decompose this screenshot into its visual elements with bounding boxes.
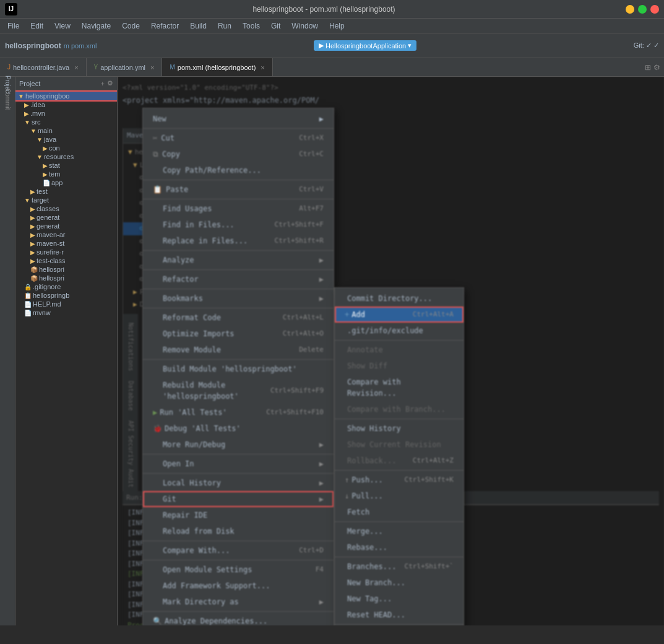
git-add[interactable]: +Add Ctrl+Alt+A [335, 307, 464, 323]
menu-item-optimize[interactable]: Optimize Imports Ctrl+Alt+O [143, 326, 334, 342]
menu-item-analyze[interactable]: Analyze ▶ [143, 252, 334, 268]
menu-item-replace[interactable]: Replace in Files... Ctrl+Shift+R [143, 233, 334, 249]
tree-item[interactable]: 📄 mvnw [15, 308, 117, 317]
tree-item[interactable]: ▶ maven-ar [15, 230, 117, 239]
tree-item[interactable]: ▶ generat [15, 213, 117, 222]
tab-close-icon[interactable]: × [261, 64, 264, 71]
tree-item[interactable]: 📋 hellospringb [15, 291, 117, 300]
git-new-tag[interactable]: New Tag... [335, 591, 464, 607]
menu-item-refactor[interactable]: Refactor ▶ [143, 271, 334, 287]
tree-item[interactable]: 📦 hellospri [15, 265, 117, 274]
git-show-diff[interactable]: Show Diff [335, 358, 464, 374]
git-new-branch[interactable]: New Branch... [335, 575, 464, 591]
menu-code[interactable]: Code [117, 20, 145, 32]
tab-pom-xml[interactable]: M pom.xml (hellospringboot) × [162, 58, 272, 76]
tree-item[interactable]: 📄 HELP.md [15, 300, 117, 308]
menu-item-add-framework[interactable]: Add Framework Support... [143, 578, 334, 594]
menu-item-cut[interactable]: ✂Cut Ctrl+X [143, 130, 334, 146]
git-show-history[interactable]: Show History [335, 420, 464, 437]
commit-sidebar-btn[interactable]: Commit [1, 93, 14, 105]
menu-file[interactable]: File [2, 20, 24, 32]
tree-item[interactable]: ▼ main [15, 126, 117, 135]
menu-item-open-in[interactable]: Open In ▶ [143, 456, 334, 472]
menu-item-rebuild[interactable]: Rebuild Module 'hellospringboot' Ctrl+Sh… [143, 377, 334, 404]
git-reset-head[interactable]: Reset HEAD... [335, 607, 464, 623]
menu-item-paste[interactable]: 📋Paste Ctrl+V [143, 181, 334, 198]
menu-tools[interactable]: Tools [238, 20, 265, 32]
tree-item[interactable]: 📦 hellospri [15, 274, 117, 282]
git-rebase[interactable]: Rebase... [335, 539, 464, 555]
menu-edit[interactable]: Edit [25, 20, 48, 32]
tree-item[interactable]: ▼ target [15, 196, 117, 204]
tree-item[interactable]: ▶ stat [15, 161, 117, 170]
git-show-current[interactable]: Show Current Revision [335, 437, 464, 453]
menu-item-find-usages[interactable]: Find Usages Alt+F7 [143, 201, 334, 217]
tree-root[interactable]: ▼ hellospringboo [15, 92, 117, 100]
project-add-icon[interactable]: + [101, 80, 105, 87]
tree-item[interactable]: ▶ surefire-r [15, 248, 117, 256]
minimize-button[interactable] [626, 5, 634, 14]
git-merge[interactable]: Merge... [335, 523, 464, 539]
tree-item[interactable]: ▶ test [15, 187, 117, 196]
tree-item[interactable]: ▼ resources [15, 152, 117, 161]
tree-item[interactable]: 🔒 .gitignore [15, 282, 117, 291]
tree-item[interactable]: ▼ java [15, 135, 117, 144]
menu-item-debug-tests[interactable]: 🐞Debug 'All Tests' [143, 420, 334, 437]
menu-view[interactable]: View [50, 20, 75, 32]
menu-item-reload[interactable]: Reload from Disk [143, 523, 334, 539]
tree-item[interactable]: 📄 app [15, 178, 117, 187]
git-push[interactable]: ↑Push... Ctrl+Shift+K [335, 472, 464, 488]
close-button[interactable] [650, 5, 659, 14]
menu-item-find-files[interactable]: Find in Files... Ctrl+Shift+F [143, 217, 334, 233]
tree-item[interactable]: ▶ .mvn [15, 109, 117, 118]
git-annotate[interactable]: Annotate [335, 342, 464, 358]
menu-git[interactable]: Git [266, 20, 285, 32]
run-config[interactable]: ▶ HellospringbootApplication ▾ [314, 40, 416, 51]
menu-item-mark-dir[interactable]: Mark Directory as ▶ [143, 594, 334, 610]
git-commit-dir[interactable]: Commit Directory... [335, 290, 464, 307]
menu-item-copy[interactable]: ⧉Copy Ctrl+C [143, 146, 334, 162]
menu-item-bookmarks[interactable]: Bookmarks ▶ [143, 290, 334, 307]
menu-navigate[interactable]: Navigate [77, 20, 116, 32]
git-branches[interactable]: Branches... Ctrl+Shift+` [335, 559, 464, 575]
menu-item-remove-module[interactable]: Remove Module Delete [143, 342, 334, 358]
menu-item-more-run[interactable]: More Run/Debug ▶ [143, 437, 334, 453]
menu-item-reformat[interactable]: Reformat Code Ctrl+Alt+L [143, 310, 334, 326]
maximize-button[interactable] [638, 5, 647, 14]
split-icon[interactable]: ⊞ [645, 63, 651, 72]
tab-close-icon[interactable]: × [150, 64, 154, 71]
tree-item[interactable]: ▶ test-class [15, 256, 117, 265]
menu-item-git[interactable]: Git ▶ [143, 491, 334, 507]
tree-item[interactable]: ▶ classes [15, 204, 117, 213]
git-compare-revision[interactable]: Compare with Revision... [335, 374, 464, 401]
menu-item-build[interactable]: Build Module 'hellospringboot' [143, 361, 334, 377]
gear-icon[interactable]: ⚙ [653, 63, 660, 72]
menu-item-module-settings[interactable]: Open Module Settings F4 [143, 562, 334, 578]
menu-window[interactable]: Window [287, 20, 323, 32]
menu-item-analyze-deps[interactable]: 🔍Analyze Dependencies... [143, 613, 334, 625]
tree-item[interactable]: ▶ tem [15, 170, 117, 178]
tree-item[interactable]: ▶ .idea [15, 100, 117, 109]
menu-build[interactable]: Build [185, 20, 212, 32]
tab-close-icon[interactable]: × [74, 64, 78, 71]
menu-item-local-history[interactable]: Local History ▶ [143, 475, 334, 491]
menu-item-new[interactable]: New ▶ [143, 111, 334, 127]
tree-item[interactable]: ▶ generat [15, 222, 117, 230]
git-exclude[interactable]: .git/info/exclude [335, 323, 464, 339]
git-rollback[interactable]: Rollback... Ctrl+Alt+Z [335, 453, 464, 469]
tree-item[interactable]: ▼ src [15, 118, 117, 126]
git-compare-branch[interactable]: Compare with Branch... [335, 401, 464, 417]
tab-hellocontroller[interactable]: J hellocontroller.java × [0, 58, 87, 76]
menu-item-compare[interactable]: Compare With... Ctrl+D [143, 542, 334, 559]
menu-help[interactable]: Help [324, 20, 350, 32]
menu-item-copy-path[interactable]: Copy Path/Reference... [143, 162, 334, 178]
project-gear-icon[interactable]: ⚙ [107, 79, 113, 87]
git-pull[interactable]: ↓Pull... [335, 488, 464, 504]
menu-item-run-tests[interactable]: ▶Run 'All Tests' Ctrl+Shift+F10 [143, 404, 334, 420]
tab-application-yml[interactable]: Y application.yml × [87, 58, 163, 76]
menu-run[interactable]: Run [213, 20, 236, 32]
git-fetch[interactable]: Fetch [335, 504, 464, 520]
tree-item[interactable]: ▶ maven-st [15, 239, 117, 248]
tree-item[interactable]: ▶ con [15, 144, 117, 152]
menu-item-repair[interactable]: Repair IDE [143, 507, 334, 523]
